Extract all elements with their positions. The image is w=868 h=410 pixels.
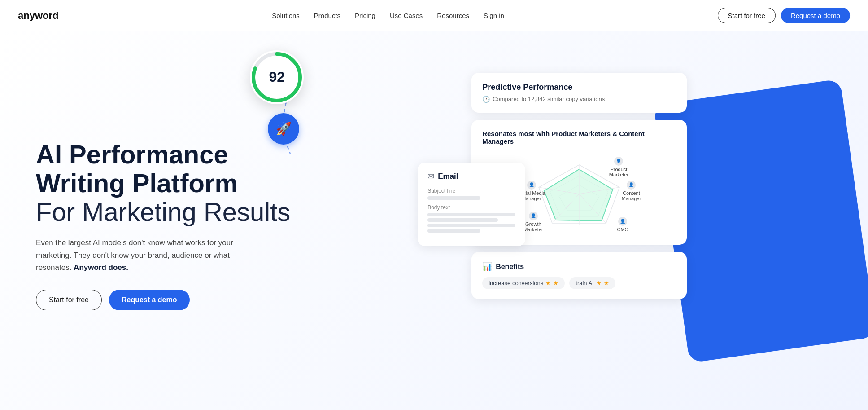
nav-use-cases[interactable]: Use Cases [390,12,423,19]
hero-start-free-button[interactable]: Start for free [36,290,102,310]
hero-subtitle: Even the largest AI models don't know wh… [36,237,260,273]
nav-start-free-button[interactable]: Start for free [718,8,776,23]
hero-right: 92 🚀 Predictive Performance 🕐 Compared t… [290,64,832,378]
benefits-tags: increase conversions ★ ★ train AI ★ ★ [482,277,676,289]
cards-stack: Predictive Performance 🕐 Compared to 12,… [471,73,687,306]
hero-request-demo-button[interactable]: Request a demo [109,290,190,310]
hero-title: AI Performance Writing Platform For Mark… [36,140,290,226]
email-icon: ✉ [427,172,434,181]
radar-chart: 👤 ProductMarketer 👤 ContentManager 👤 CMO [516,156,642,232]
benefits-card: 📊 Benefits increase conversions ★ ★ trai… [471,252,687,299]
hero-left: AI Performance Writing Platform For Mark… [36,140,290,310]
rocket-circle: 🚀 [268,113,299,145]
nav-products[interactable]: Products [314,12,340,19]
benefit-tag-conversions-text: increase conversions [489,280,543,287]
clock-icon: 🕐 [482,96,490,103]
email-body-line-2 [427,218,498,222]
benefit-tag-train-ai-text: train AI [576,280,593,287]
nav-solutions[interactable]: Solutions [272,12,300,19]
star-icon-4: ★ [604,280,609,287]
email-body-line-3 [427,224,515,227]
email-body-line-1 [427,213,515,216]
persona-growth-marketer: 👤 GrowthMarketer [523,212,543,232]
nav-actions: Start for free Request a demo [718,8,850,23]
email-body-line-4 [427,229,480,233]
star-icon-2: ★ [553,280,558,287]
star-icon-3: ★ [596,280,602,287]
persona-growth-marketer-icon: 👤 [529,212,538,220]
score-circle: 92 [250,50,304,104]
predictive-performance-sub: 🕐 Compared to 12,842 similar copy variat… [482,96,676,103]
email-body-field: Body text [427,204,515,233]
svg-marker-5 [544,169,613,221]
star-icon-1: ★ [545,280,551,287]
nav-request-demo-button[interactable]: Request a demo [781,8,850,23]
benefit-tag-train-ai: train AI ★ ★ [569,277,615,289]
predictive-performance-card: Predictive Performance 🕐 Compared to 12,… [471,73,687,113]
predictive-performance-title: Predictive Performance [482,83,676,92]
navbar: anyword Solutions Products Pricing Use C… [0,0,868,31]
email-label: Email [438,172,458,181]
persona-content-manager: 👤 ContentManager [622,181,641,201]
nav-pricing[interactable]: Pricing [355,12,375,19]
persona-product-marketer: 👤 ProductMarketer [609,157,628,177]
email-card: ✉ Email Subject line Body text [418,163,525,246]
persona-content-manager-icon: 👤 [627,181,636,190]
rocket-icon: 🚀 [276,121,292,136]
email-subject-field: Subject line [427,188,515,200]
resonates-title: Resonates most with Product Marketers & … [482,130,676,145]
email-subject-line [427,196,480,200]
hero-buttons: Start for free Request a demo [36,290,290,310]
score-number: 92 [269,69,285,85]
persona-social-media-manager-icon: 👤 [527,181,536,190]
nav-resources[interactable]: Resources [437,12,469,19]
score-circle-wrapper: 92 [250,50,304,104]
benefits-icon: 📊 [482,262,492,272]
email-body-label: Body text [427,204,515,211]
benefit-tag-conversions: increase conversions ★ ★ [482,277,565,289]
persona-cmo: 👤 CMO [617,217,628,232]
persona-product-marketer-icon: 👤 [614,157,623,166]
hero-section: AI Performance Writing Platform For Mark… [0,31,868,410]
logo[interactable]: anyword [18,10,58,22]
persona-cmo-icon: 👤 [618,217,627,226]
nav-sign-in[interactable]: Sign in [484,12,504,19]
email-card-header: ✉ Email [427,172,515,181]
benefits-title: 📊 Benefits [482,262,676,272]
nav-links: Solutions Products Pricing Use Cases Res… [272,12,504,19]
email-subject-label: Subject line [427,188,515,194]
